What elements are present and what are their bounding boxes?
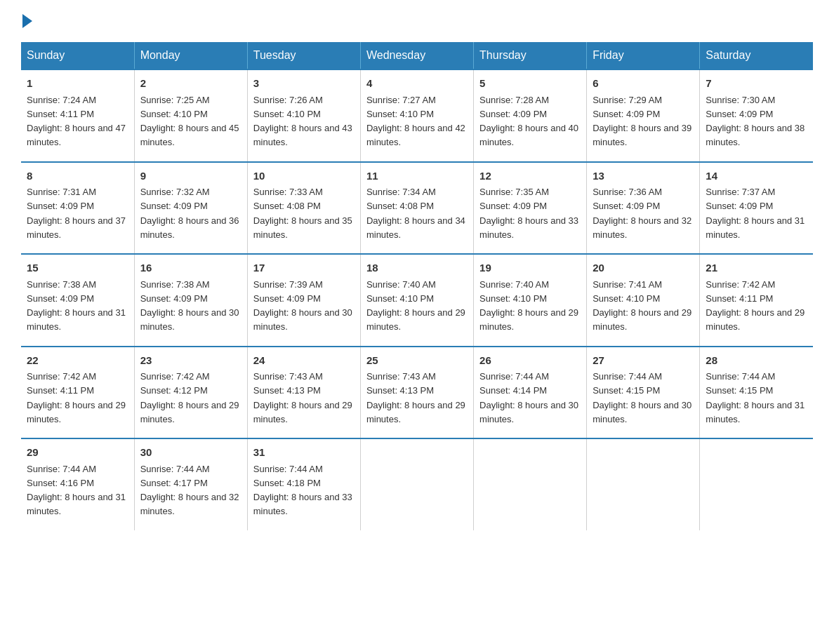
calendar-cell: 5Sunrise: 7:28 AMSunset: 4:09 PMDaylight… <box>474 69 587 162</box>
sunrise-info: Sunrise: 7:44 AM <box>706 371 775 382</box>
calendar-cell: 12Sunrise: 7:35 AMSunset: 4:09 PMDayligh… <box>474 162 587 255</box>
calendar-cell <box>587 438 700 530</box>
sunrise-info: Sunrise: 7:43 AM <box>253 371 323 382</box>
daylight-info: Daylight: 8 hours and 29 minutes. <box>366 307 465 332</box>
day-number: 21 <box>706 260 807 276</box>
sunrise-info: Sunrise: 7:44 AM <box>27 464 96 474</box>
daylight-info: Daylight: 8 hours and 35 minutes. <box>253 215 352 240</box>
sunrise-info: Sunrise: 7:35 AM <box>479 187 549 197</box>
day-number: 15 <box>27 260 128 276</box>
sunrise-info: Sunrise: 7:44 AM <box>479 371 549 382</box>
calendar-header-thursday: Thursday <box>474 42 587 69</box>
daylight-info: Daylight: 8 hours and 47 minutes. <box>27 123 126 147</box>
day-number: 2 <box>140 76 241 92</box>
sunset-info: Sunset: 4:11 PM <box>27 385 94 396</box>
daylight-info: Daylight: 8 hours and 39 minutes. <box>593 123 691 147</box>
daylight-info: Daylight: 8 hours and 33 minutes. <box>253 492 352 516</box>
day-number: 19 <box>479 260 581 276</box>
sunset-info: Sunset: 4:13 PM <box>366 385 434 396</box>
day-number: 7 <box>706 76 807 92</box>
sunrise-info: Sunrise: 7:38 AM <box>140 279 210 290</box>
daylight-info: Daylight: 8 hours and 38 minutes. <box>706 123 805 147</box>
calendar-cell: 15Sunrise: 7:38 AMSunset: 4:09 PMDayligh… <box>21 254 134 347</box>
daylight-info: Daylight: 8 hours and 34 minutes. <box>366 215 465 240</box>
calendar-cell: 22Sunrise: 7:42 AMSunset: 4:11 PMDayligh… <box>21 347 134 439</box>
daylight-info: Daylight: 8 hours and 31 minutes. <box>27 307 126 332</box>
calendar-cell: 4Sunrise: 7:27 AMSunset: 4:10 PMDaylight… <box>360 69 473 162</box>
daylight-info: Daylight: 8 hours and 40 minutes. <box>479 123 578 147</box>
daylight-info: Daylight: 8 hours and 29 minutes. <box>27 400 126 424</box>
sunrise-info: Sunrise: 7:42 AM <box>27 371 96 382</box>
sunrise-info: Sunrise: 7:44 AM <box>253 464 323 474</box>
sunset-info: Sunset: 4:09 PM <box>479 201 547 211</box>
day-number: 31 <box>253 445 355 461</box>
sunrise-info: Sunrise: 7:37 AM <box>706 187 775 197</box>
logo-arrow-icon <box>22 14 32 28</box>
calendar-cell: 10Sunrise: 7:33 AMSunset: 4:08 PMDayligh… <box>247 162 360 255</box>
sunset-info: Sunset: 4:12 PM <box>140 385 208 396</box>
sunset-info: Sunset: 4:09 PM <box>479 109 547 119</box>
sunrise-info: Sunrise: 7:27 AM <box>366 95 436 105</box>
calendar-cell: 24Sunrise: 7:43 AMSunset: 4:13 PMDayligh… <box>247 347 360 439</box>
sunset-info: Sunset: 4:18 PM <box>253 478 321 488</box>
day-number: 18 <box>366 260 468 276</box>
sunset-info: Sunset: 4:09 PM <box>253 293 321 304</box>
calendar-cell: 19Sunrise: 7:40 AMSunset: 4:10 PMDayligh… <box>474 254 587 347</box>
day-number: 29 <box>27 445 128 461</box>
daylight-info: Daylight: 8 hours and 32 minutes. <box>140 492 239 516</box>
sunset-info: Sunset: 4:16 PM <box>27 478 94 488</box>
calendar-header-saturday: Saturday <box>700 42 813 69</box>
sunset-info: Sunset: 4:15 PM <box>593 385 660 396</box>
day-number: 17 <box>253 260 355 276</box>
calendar-cell: 7Sunrise: 7:30 AMSunset: 4:09 PMDaylight… <box>700 69 813 162</box>
calendar-header-wednesday: Wednesday <box>360 42 473 69</box>
calendar-week-row: 8Sunrise: 7:31 AMSunset: 4:09 PMDaylight… <box>21 162 813 255</box>
calendar-header-row: SundayMondayTuesdayWednesdayThursdayFrid… <box>21 42 813 69</box>
calendar-cell: 1Sunrise: 7:24 AMSunset: 4:11 PMDaylight… <box>21 69 134 162</box>
day-number: 8 <box>27 168 128 185</box>
calendar-header-tuesday: Tuesday <box>247 42 360 69</box>
calendar-week-row: 1Sunrise: 7:24 AMSunset: 4:11 PMDaylight… <box>21 69 813 162</box>
calendar-cell <box>474 438 587 530</box>
daylight-info: Daylight: 8 hours and 29 minutes. <box>366 400 465 424</box>
calendar-cell: 14Sunrise: 7:37 AMSunset: 4:09 PMDayligh… <box>700 162 813 255</box>
daylight-info: Daylight: 8 hours and 32 minutes. <box>593 215 691 240</box>
daylight-info: Daylight: 8 hours and 33 minutes. <box>479 215 578 240</box>
sunrise-info: Sunrise: 7:33 AM <box>253 187 323 197</box>
sunrise-info: Sunrise: 7:36 AM <box>593 187 662 197</box>
daylight-info: Daylight: 8 hours and 30 minutes. <box>253 307 352 332</box>
calendar-cell: 11Sunrise: 7:34 AMSunset: 4:08 PMDayligh… <box>360 162 473 255</box>
day-number: 23 <box>140 353 241 369</box>
sunset-info: Sunset: 4:10 PM <box>366 293 434 304</box>
sunset-info: Sunset: 4:13 PM <box>253 385 321 396</box>
sunset-info: Sunset: 4:10 PM <box>479 293 547 304</box>
sunset-info: Sunset: 4:09 PM <box>140 201 208 211</box>
calendar-table: SundayMondayTuesdayWednesdayThursdayFrid… <box>21 42 813 530</box>
calendar-cell: 21Sunrise: 7:42 AMSunset: 4:11 PMDayligh… <box>700 254 813 347</box>
sunset-info: Sunset: 4:09 PM <box>140 293 208 304</box>
daylight-info: Daylight: 8 hours and 29 minutes. <box>140 400 239 424</box>
sunrise-info: Sunrise: 7:40 AM <box>479 279 549 290</box>
sunrise-info: Sunrise: 7:39 AM <box>253 279 323 290</box>
calendar-cell: 17Sunrise: 7:39 AMSunset: 4:09 PMDayligh… <box>247 254 360 347</box>
calendar-cell: 3Sunrise: 7:26 AMSunset: 4:10 PMDaylight… <box>247 69 360 162</box>
day-number: 30 <box>140 445 241 461</box>
day-number: 22 <box>27 353 128 369</box>
sunset-info: Sunset: 4:09 PM <box>706 201 773 211</box>
daylight-info: Daylight: 8 hours and 29 minutes. <box>706 307 805 332</box>
sunset-info: Sunset: 4:10 PM <box>253 109 321 119</box>
day-number: 11 <box>366 168 468 185</box>
daylight-info: Daylight: 8 hours and 43 minutes. <box>253 123 352 147</box>
page-header <box>21 14 813 28</box>
daylight-info: Daylight: 8 hours and 29 minutes. <box>479 307 578 332</box>
sunset-info: Sunset: 4:10 PM <box>366 109 434 119</box>
daylight-info: Daylight: 8 hours and 31 minutes. <box>27 492 126 516</box>
calendar-cell: 8Sunrise: 7:31 AMSunset: 4:09 PMDaylight… <box>21 162 134 255</box>
calendar-week-row: 22Sunrise: 7:42 AMSunset: 4:11 PMDayligh… <box>21 347 813 439</box>
sunrise-info: Sunrise: 7:32 AM <box>140 187 210 197</box>
day-number: 10 <box>253 168 355 185</box>
sunset-info: Sunset: 4:17 PM <box>140 478 208 488</box>
day-number: 20 <box>593 260 694 276</box>
sunrise-info: Sunrise: 7:25 AM <box>140 95 210 105</box>
day-number: 16 <box>140 260 241 276</box>
